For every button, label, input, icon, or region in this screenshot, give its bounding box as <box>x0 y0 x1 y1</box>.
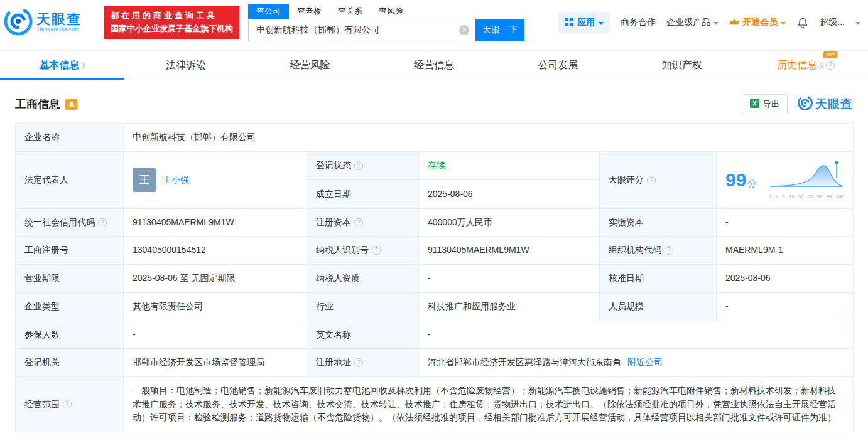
table-row: 统一社会信用代码? 91130405MAERML9M1W 注册资本? 40000… <box>16 208 854 237</box>
search-button[interactable]: 天眼一下 <box>475 19 524 41</box>
tianyancha-logo[interactable]: 天眼查 TianYanCha.com <box>4 7 82 38</box>
tab-label: 历史信息 <box>777 59 817 72</box>
value-company-name: 中创新航科技（邯郸）有限公司 <box>124 124 854 152</box>
nav-business-cooperation[interactable]: 商务合作 <box>621 17 656 28</box>
value-insured-count: - <box>124 321 307 349</box>
value-taxpayer-quality: - <box>419 265 600 293</box>
value-approval-date: 2025-08-06 <box>717 265 854 293</box>
table-row: 参保人数 - 英文名称 - <box>16 321 854 349</box>
value-establish-date: 2025-08-06 <box>419 180 600 209</box>
help-icon[interactable]: ? <box>647 176 656 184</box>
value-org-code: MAERML9M-1 <box>717 237 854 265</box>
tab-operation-info[interactable]: 经营信息 <box>372 51 496 80</box>
cooperation-label: 商务合作 <box>621 17 656 28</box>
value-reg-capital: 400000万人民币 <box>419 208 600 237</box>
tab-basic-info[interactable]: 基本信息9 <box>0 51 124 80</box>
label-address: 注册地址? <box>307 349 419 377</box>
company-section-tabs: 基本信息9 法律诉讼 经营风险 经营信息 公司发展 知识产权 VIP 历史信息6… <box>0 50 868 80</box>
help-icon[interactable]: ? <box>354 161 363 170</box>
table-row: 企业名称 中创新航科技（邯郸）有限公司 <box>16 124 854 152</box>
value-credit-code: 91130405MAERML9M1W <box>124 208 307 237</box>
business-info-table: 企业名称 中创新航科技（邯郸）有限公司 法定代表人 王 王小强 登记状态? 存续… <box>15 123 854 432</box>
help-icon[interactable]: ? <box>98 218 107 227</box>
value-score: 99分 0131 <box>717 151 854 208</box>
label-org-code: 组织机构代码? <box>600 237 717 265</box>
value-industry: 科技推广和应用服务业 <box>419 292 600 321</box>
crown-icon <box>729 18 739 28</box>
tab-label: 经营信息 <box>414 59 454 72</box>
tab-legal-litigation[interactable]: 法律诉讼 <box>124 51 247 80</box>
value-paid-capital: - <box>717 208 854 237</box>
search-tab-company[interactable]: 查公司 <box>248 4 289 19</box>
subscribe-bell-icon[interactable] <box>65 99 77 110</box>
value-staff-size: - <box>717 292 854 321</box>
nav-enterprise-products[interactable]: 企业级产品 <box>666 17 719 28</box>
label-approval-date: 核准日期 <box>600 265 717 293</box>
value-reg-status: 存续 <box>419 151 600 180</box>
label-business-scope: 经营范围? <box>16 376 124 432</box>
value-reg-number: 130405000154512 <box>124 237 307 265</box>
excel-icon <box>750 99 759 110</box>
tab-operation-risk[interactable]: 经营风险 <box>248 51 372 80</box>
search-type-tabs: 查公司 查老板 查关系 查风险 <box>248 4 524 19</box>
logo-domain-text: TianYanCha.com <box>36 27 82 33</box>
label-score: 天眼评分? <box>600 151 717 208</box>
value-company-type: 其他有限责任公司 <box>124 292 307 321</box>
search-tab-risk[interactable]: 查风险 <box>371 4 411 19</box>
value-taxpayer-id: 91130405MAERML9M1W <box>419 237 600 265</box>
label-business-term: 营业期限 <box>16 265 124 293</box>
tab-intellectual-property[interactable]: 知识产权 <box>620 51 744 80</box>
super-vip-label: 超级... <box>820 17 845 28</box>
value-registry: 邯郸市经济开发区市场监督管理局 <box>124 349 307 377</box>
nav-super-vip[interactable]: 超级... <box>820 17 845 28</box>
section-title: 工商信息 <box>15 97 60 112</box>
tab-count: 9 <box>81 61 85 69</box>
tab-label: 基本信息 <box>39 59 79 72</box>
search-area: 查公司 查老板 查关系 查风险 ✕ 天眼一下 <box>248 4 524 41</box>
nav-open-vip[interactable]: 开通会员 <box>729 17 786 28</box>
help-icon[interactable]: ? <box>63 400 72 408</box>
tab-history-info[interactable]: VIP 历史信息6 ? <box>744 51 868 80</box>
label-reg-capital: 注册资本? <box>307 208 419 237</box>
chevron-down-icon <box>599 22 604 25</box>
help-icon[interactable]: ? <box>354 358 363 367</box>
help-icon[interactable]: ? <box>665 246 673 255</box>
label-staff-size: 人员规模 <box>600 292 717 321</box>
table-row: 营业期限 2025-08-06 至 无固定期限 纳税人资质 - 核准日期 202… <box>16 265 854 293</box>
label-credit-code: 统一社会信用代码? <box>16 208 124 237</box>
label-insured-count: 参保人数 <box>16 321 124 349</box>
nearby-companies-link[interactable]: 附近公司 <box>627 357 663 367</box>
header-more-dropdown[interactable] <box>855 21 860 25</box>
apps-button[interactable]: 应用 <box>558 12 610 33</box>
label-company-type: 企业类型 <box>16 292 124 321</box>
open-vip-label: 开通会员 <box>742 17 778 28</box>
help-icon[interactable]: ? <box>372 246 381 255</box>
enterprise-label: 企业级产品 <box>666 17 710 28</box>
watermark-brand-text: 天眼查 <box>815 96 853 112</box>
label-company-name: 企业名称 <box>16 124 124 152</box>
tab-company-development[interactable]: 公司发展 <box>496 51 620 80</box>
search-input[interactable] <box>248 19 475 41</box>
label-legal-rep: 法定代表人 <box>16 151 124 208</box>
tab-label: 法律诉讼 <box>166 59 206 72</box>
search-tab-boss[interactable]: 查老板 <box>289 4 330 19</box>
notification-bell-icon[interactable] <box>796 16 809 29</box>
vip-badge: VIP <box>823 51 838 59</box>
tab-label: 公司发展 <box>538 59 578 72</box>
table-row: 工商注册号 130405000154512 纳税人识别号? 91130405MA… <box>16 237 854 265</box>
help-icon[interactable]: ? <box>354 218 363 227</box>
help-icon[interactable]: ? <box>826 61 835 70</box>
label-industry: 行业 <box>307 292 419 321</box>
chevron-down-icon <box>781 22 786 25</box>
value-address: 河北省邯郸市经济开发区惠泽路与漳河大街东南角附近公司 <box>419 349 854 377</box>
label-taxpayer-quality: 纳税人资质 <box>307 265 419 293</box>
export-label: 导出 <box>763 99 779 110</box>
label-english-name: 英文名称 <box>307 321 419 349</box>
value-business-scope: 一般项目：电池制造；电池销售；新能源汽车废旧动力蓄电池回收及梯次利用（不含危险废… <box>124 376 854 432</box>
clear-icon[interactable]: ✕ <box>459 25 469 35</box>
export-button[interactable]: 导出 <box>742 94 788 114</box>
search-tab-relation[interactable]: 查关系 <box>330 4 371 19</box>
tianyancha-logo-icon <box>4 7 33 38</box>
legal-rep-link[interactable]: 王小强 <box>163 173 189 187</box>
legal-rep-avatar[interactable]: 王 <box>133 168 156 192</box>
